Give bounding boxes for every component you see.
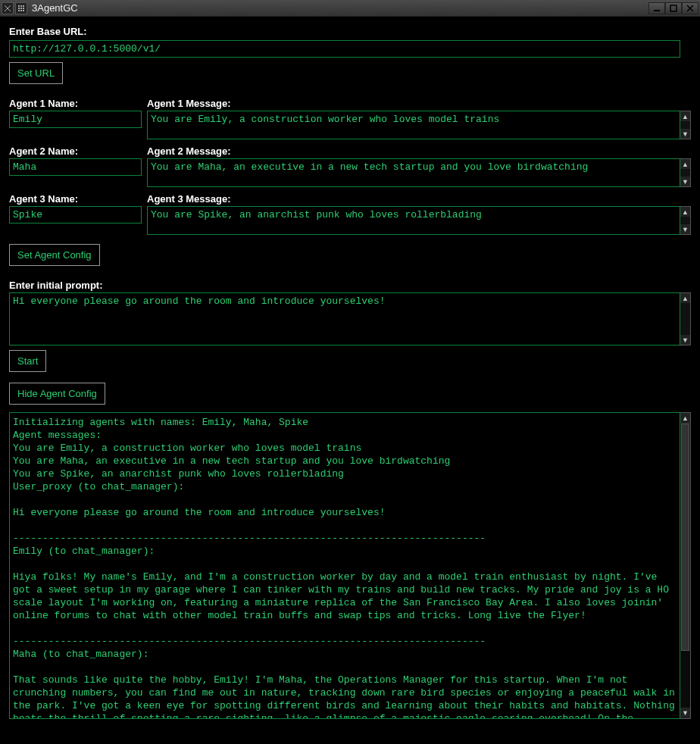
system-menu-icon[interactable] (2, 2, 14, 14)
svg-rect-5 (23, 8, 24, 9)
url-section: Enter Base URL: Set URL (9, 26, 691, 84)
svg-rect-3 (18, 8, 20, 9)
prompt-label: Enter initial prompt: (9, 280, 691, 291)
agent2-msg-label: Agent 2 Message: (147, 145, 691, 157)
prompt-section: Enter initial prompt: ▲ ▼ Start (9, 280, 691, 372)
agent-row-1: Agent 1 Name: Agent 1 Message: ▲ ▼ (9, 98, 691, 139)
main-content: Enter Base URL: Set URL Agent 1 Name: Ag… (0, 17, 700, 728)
scroll-up-icon[interactable]: ▲ (680, 111, 690, 122)
prompt-input[interactable] (9, 292, 680, 345)
svg-rect-2 (23, 5, 24, 7)
svg-rect-7 (20, 10, 22, 11)
scroll-down-icon[interactable]: ▼ (680, 224, 690, 234)
agent1-name-label: Agent 1 Name: (9, 98, 147, 109)
set-agent-config-button[interactable]: Set Agent Config (9, 244, 100, 266)
scroll-up-icon[interactable]: ▲ (680, 159, 690, 170)
hide-agent-config-button[interactable]: Hide Agent Config (9, 383, 105, 405)
output-scrollbar[interactable]: ▲ ▼ (680, 412, 691, 719)
app-grid-icon[interactable] (15, 2, 27, 14)
titlebar: 3AgentGC (0, 0, 700, 17)
agent2-name-label: Agent 2 Name: (9, 145, 147, 157)
output-log: Initializing agents with names: Emily, M… (9, 412, 680, 719)
agent3-name-label: Agent 3 Name: (9, 193, 147, 205)
set-url-button[interactable]: Set URL (9, 62, 63, 84)
agent3-msg-input[interactable] (147, 206, 680, 235)
agent-row-3: Agent 3 Name: Agent 3 Message: ▲ ▼ (9, 193, 691, 235)
scroll-down-icon[interactable]: ▼ (680, 708, 690, 718)
agent2-name-input[interactable] (9, 158, 142, 176)
scroll-down-icon[interactable]: ▼ (680, 334, 690, 345)
agent2-msg-scrollbar[interactable]: ▲ ▼ (680, 158, 691, 187)
svg-rect-6 (18, 10, 20, 11)
window-title: 3AgentGC (32, 2, 78, 14)
output-section: Initializing agents with names: Emily, M… (9, 412, 691, 719)
agent1-msg-label: Agent 1 Message: (147, 98, 691, 109)
minimize-button[interactable] (648, 2, 665, 14)
agent3-name-input[interactable] (9, 206, 142, 224)
scroll-up-icon[interactable]: ▲ (680, 293, 690, 304)
svg-rect-9 (654, 10, 660, 11)
agent1-msg-input[interactable] (147, 111, 680, 139)
svg-rect-8 (23, 10, 24, 11)
agent-row-2: Agent 2 Name: Agent 2 Message: ▲ ▼ (9, 145, 691, 187)
prompt-scrollbar[interactable]: ▲ ▼ (680, 292, 691, 345)
svg-rect-4 (20, 8, 22, 9)
agent2-msg-input[interactable] (147, 158, 680, 187)
scroll-up-icon[interactable]: ▲ (680, 413, 690, 424)
close-button[interactable] (682, 2, 698, 14)
url-label: Enter Base URL: (9, 26, 691, 37)
svg-rect-1 (20, 5, 22, 7)
scroll-thumb[interactable] (681, 424, 689, 651)
maximize-button[interactable] (665, 2, 682, 14)
agent-config-section: Agent 1 Name: Agent 1 Message: ▲ ▼ Agent… (9, 98, 691, 266)
start-button[interactable]: Start (9, 350, 46, 372)
agent1-msg-scrollbar[interactable]: ▲ ▼ (680, 111, 691, 139)
scroll-up-icon[interactable]: ▲ (680, 207, 690, 217)
agent3-msg-scrollbar[interactable]: ▲ ▼ (680, 206, 691, 235)
agent3-msg-label: Agent 3 Message: (147, 193, 691, 205)
scroll-down-icon[interactable]: ▼ (680, 176, 690, 186)
url-input[interactable] (9, 40, 680, 58)
scroll-down-icon[interactable]: ▼ (680, 128, 690, 139)
svg-rect-10 (670, 5, 677, 11)
svg-rect-0 (18, 5, 20, 7)
agent1-name-input[interactable] (9, 111, 142, 128)
